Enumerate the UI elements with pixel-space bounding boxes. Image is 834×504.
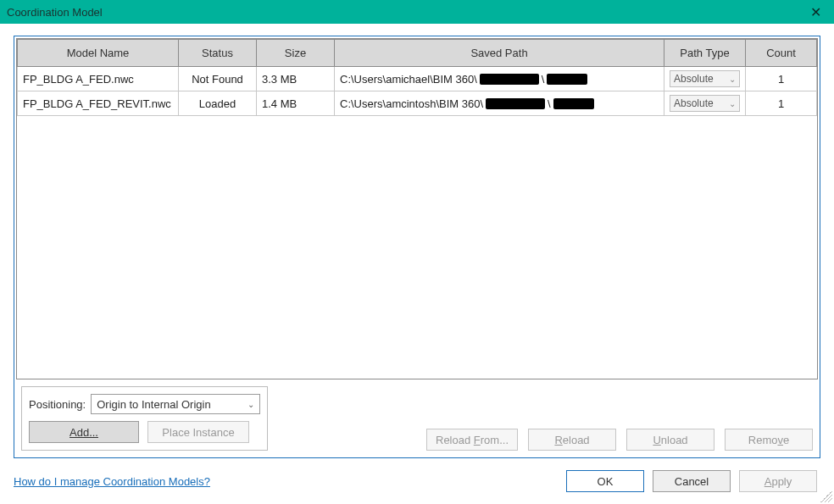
col-path-type[interactable]: Path Type [664, 40, 746, 67]
redacted-segment [480, 74, 539, 85]
action-buttons: Reload From... Reload Unload Remove [426, 429, 813, 451]
path-type-select[interactable]: Absolute ⌄ [670, 95, 740, 112]
path-sep: \ [548, 97, 551, 110]
place-instance-button[interactable]: Place Instance [147, 421, 249, 443]
table-header-row: Model Name Status Size Saved Path Path T… [18, 40, 817, 67]
models-table: Model Name Status Size Saved Path Path T… [17, 39, 817, 116]
reload-button[interactable]: Reload [528, 429, 616, 451]
redacted-segment [553, 98, 594, 109]
cell-count: 1 [746, 67, 817, 91]
add-button[interactable]: Add... [29, 421, 139, 443]
positioning-select[interactable]: Origin to Internal Origin ⌄ [91, 394, 260, 414]
col-saved-path[interactable]: Saved Path [335, 40, 664, 67]
models-panel: Model Name Status Size Saved Path Path T… [14, 36, 820, 458]
col-status[interactable]: Status [179, 40, 257, 67]
panel-bottom-bar: Positioning: Origin to Internal Origin ⌄… [16, 379, 818, 456]
cell-size: 3.3 MB [257, 67, 335, 91]
redacted-segment [547, 74, 587, 85]
positioning-label: Positioning: [29, 398, 86, 411]
window-title: Coordination Model [7, 6, 803, 19]
reload-from-button[interactable]: Reload From... [426, 429, 518, 451]
chevron-down-icon: ⌄ [729, 75, 736, 84]
dialog-body: Model Name Status Size Saved Path Path T… [0, 24, 834, 504]
col-model-name[interactable]: Model Name [18, 40, 179, 67]
apply-button[interactable]: Apply [739, 470, 817, 492]
unload-button[interactable]: Unload [626, 429, 714, 451]
col-size[interactable]: Size [257, 40, 335, 67]
cell-status: Not Found [179, 67, 257, 91]
help-link[interactable]: How do I manage Coordination Models? [14, 475, 210, 488]
table-row[interactable]: FP_BLDG A_FED.nwc Not Found 3.3 MB C:\Us… [18, 67, 817, 91]
path-prefix: C:\Users\amcintosh\BIM 360\ [340, 97, 483, 110]
cell-path-type[interactable]: Absolute ⌄ [664, 67, 746, 91]
cell-path-type[interactable]: Absolute ⌄ [664, 91, 746, 116]
path-type-select[interactable]: Absolute ⌄ [670, 70, 740, 87]
cell-path: C:\Users\amcintosh\BIM 360\ \ [335, 91, 664, 116]
dialog-footer: How do I manage Coordination Models? OK … [14, 458, 820, 496]
ok-button[interactable]: OK [566, 470, 644, 492]
cell-model-name: FP_BLDG A_FED.nwc [18, 67, 179, 91]
close-icon[interactable]: ✕ [803, 4, 827, 20]
chevron-down-icon: ⌄ [729, 99, 736, 108]
path-sep: \ [542, 73, 545, 86]
cell-size: 1.4 MB [257, 91, 335, 116]
remove-button[interactable]: Remove [725, 429, 813, 451]
chevron-down-icon: ⌄ [247, 400, 254, 409]
cell-model-name: FP_BLDG A_FED_REVIT.nwc [18, 91, 179, 116]
path-prefix: C:\Users\amichael\BIM 360\ [340, 73, 477, 86]
cell-path: C:\Users\amichael\BIM 360\ \ [335, 67, 664, 91]
redacted-segment [486, 98, 545, 109]
models-table-wrap: Model Name Status Size Saved Path Path T… [16, 38, 818, 379]
cancel-button[interactable]: Cancel [653, 470, 731, 492]
cell-status: Loaded [179, 91, 257, 116]
col-count[interactable]: Count [746, 40, 817, 67]
table-row[interactable]: FP_BLDG A_FED_REVIT.nwc Loaded 1.4 MB C:… [18, 91, 817, 116]
resize-grip[interactable] [820, 490, 832, 502]
positioning-group: Positioning: Origin to Internal Origin ⌄… [21, 386, 268, 451]
titlebar: Coordination Model ✕ [0, 0, 834, 24]
cell-count: 1 [746, 91, 817, 116]
